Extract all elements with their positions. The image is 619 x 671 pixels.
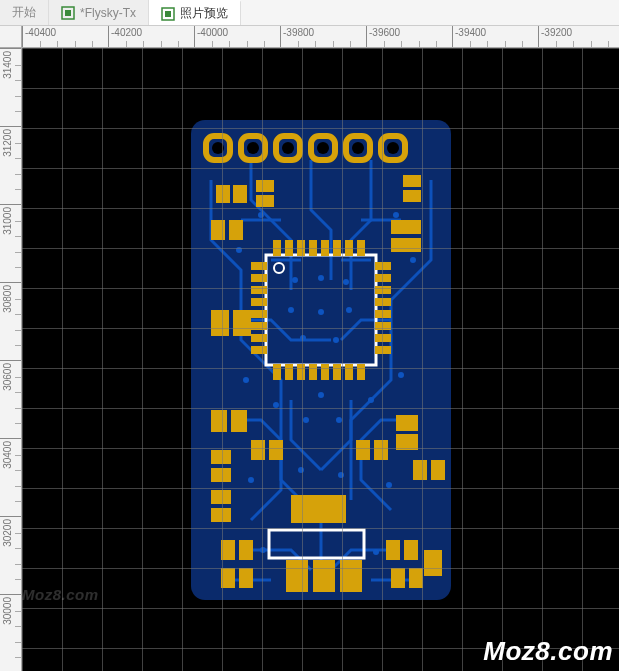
grid-line	[222, 48, 223, 671]
grid-line	[262, 48, 263, 671]
tab-photo-preview[interactable]: 照片预览	[149, 0, 241, 25]
svg-point-90	[292, 277, 298, 283]
svg-point-114	[318, 392, 324, 398]
svg-rect-68	[297, 364, 305, 380]
svg-point-97	[333, 337, 339, 343]
svg-rect-38	[374, 440, 388, 460]
svg-rect-76	[251, 286, 267, 294]
grid-line	[502, 48, 503, 671]
ruler-h-tick: -39600	[366, 26, 452, 47]
ruler-horizontal[interactable]: -40400-40200-40000-39800-39600-39400-392…	[22, 26, 619, 48]
grid-line	[22, 48, 619, 49]
svg-rect-51	[386, 540, 400, 560]
svg-point-8	[247, 142, 259, 154]
grid-line	[22, 368, 619, 369]
ruler-v-tick: 30000	[0, 594, 21, 671]
svg-rect-3	[165, 11, 171, 17]
svg-rect-53	[391, 568, 405, 588]
grid-line	[22, 128, 619, 129]
grid-line	[22, 208, 619, 209]
svg-rect-45	[313, 560, 335, 592]
design-canvas[interactable]: Moz8.com Moz8.com	[22, 48, 619, 671]
grid-line	[22, 528, 619, 529]
svg-rect-18	[233, 185, 247, 203]
svg-rect-72	[345, 364, 353, 380]
svg-rect-41	[211, 490, 231, 504]
svg-point-91	[318, 275, 324, 281]
grid-line	[22, 488, 619, 489]
ruler-vertical[interactable]: 3140031200310003080030600304003020030000	[0, 48, 22, 671]
svg-point-94	[318, 309, 324, 315]
svg-point-95	[346, 307, 352, 313]
grid-line	[542, 48, 543, 671]
svg-rect-40	[431, 460, 445, 480]
svg-rect-71	[333, 364, 341, 380]
pcb-icon	[161, 7, 175, 21]
tab-bar: 开始 *Flysky-Tx 照片预览	[0, 0, 619, 26]
ruler-h-tick: -40200	[108, 26, 194, 47]
svg-rect-74	[251, 262, 267, 270]
svg-rect-29	[211, 410, 227, 432]
grid-line	[22, 408, 619, 409]
svg-point-106	[248, 477, 254, 483]
svg-rect-33	[211, 450, 231, 464]
ruler-v-tick: 30600	[0, 360, 21, 438]
svg-rect-50	[239, 568, 253, 588]
grid-line	[142, 48, 143, 671]
svg-point-92	[343, 279, 349, 285]
svg-point-102	[243, 377, 249, 383]
watermark-faded: Moz8.com	[22, 586, 99, 603]
grid-line	[582, 48, 583, 671]
pcb-icon	[61, 6, 75, 20]
svg-rect-69	[309, 364, 317, 380]
ruler-v-tick: 30400	[0, 438, 21, 516]
svg-rect-75	[251, 274, 267, 282]
tab-label: 开始	[12, 4, 36, 21]
ruler-corner	[0, 26, 22, 48]
svg-rect-34	[211, 468, 231, 482]
grid-line	[22, 248, 619, 249]
ruler-v-tick: 31000	[0, 204, 21, 282]
svg-point-16	[387, 142, 399, 154]
svg-rect-66	[273, 364, 281, 380]
workspace: -40400-40200-40000-39800-39600-39400-392…	[0, 26, 619, 671]
grid-line	[22, 168, 619, 169]
grid-line	[22, 288, 619, 289]
ruler-v-tick: 30200	[0, 516, 21, 594]
grid-line	[22, 328, 619, 329]
tab-label: *Flysky-Tx	[80, 6, 136, 20]
svg-rect-30	[231, 410, 247, 432]
svg-rect-27	[391, 220, 421, 234]
svg-point-104	[368, 397, 374, 403]
grid-line	[22, 448, 619, 449]
ruler-v-tick: 30800	[0, 282, 21, 360]
tab-label: 照片预览	[180, 5, 228, 22]
svg-rect-25	[211, 310, 229, 336]
tab-start[interactable]: 开始	[0, 0, 49, 25]
svg-rect-28	[391, 238, 421, 252]
svg-rect-81	[251, 346, 267, 354]
grid-line	[22, 608, 619, 609]
svg-rect-24	[229, 220, 243, 240]
svg-point-103	[273, 402, 279, 408]
svg-point-10	[282, 142, 294, 154]
svg-rect-37	[356, 440, 370, 460]
svg-rect-43	[291, 495, 346, 523]
svg-rect-78	[251, 310, 267, 318]
tab-flysky[interactable]: *Flysky-Tx	[49, 0, 149, 25]
svg-rect-42	[211, 508, 231, 522]
grid-line	[22, 48, 23, 671]
ruler-h-tick: -39200	[538, 26, 619, 47]
ruler-v-tick: 31200	[0, 126, 21, 204]
svg-rect-55	[424, 550, 442, 576]
svg-point-101	[410, 257, 416, 263]
grid-line	[22, 88, 619, 89]
svg-rect-44	[286, 560, 308, 592]
svg-point-12	[317, 142, 329, 154]
grid-line	[382, 48, 383, 671]
grid-line	[342, 48, 343, 671]
svg-rect-20	[256, 195, 274, 207]
grid-line	[22, 648, 619, 649]
ruler-v-tick: 31400	[0, 48, 21, 126]
grid-line	[462, 48, 463, 671]
